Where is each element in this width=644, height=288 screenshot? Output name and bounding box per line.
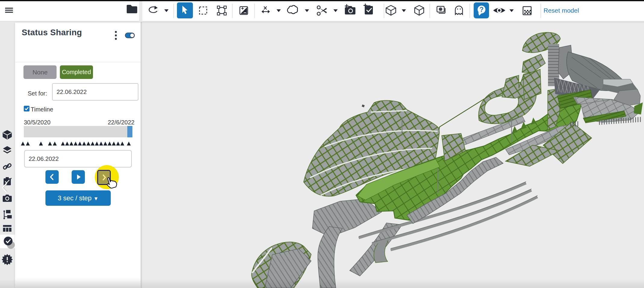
svg-text:?: ? bbox=[479, 6, 484, 14]
